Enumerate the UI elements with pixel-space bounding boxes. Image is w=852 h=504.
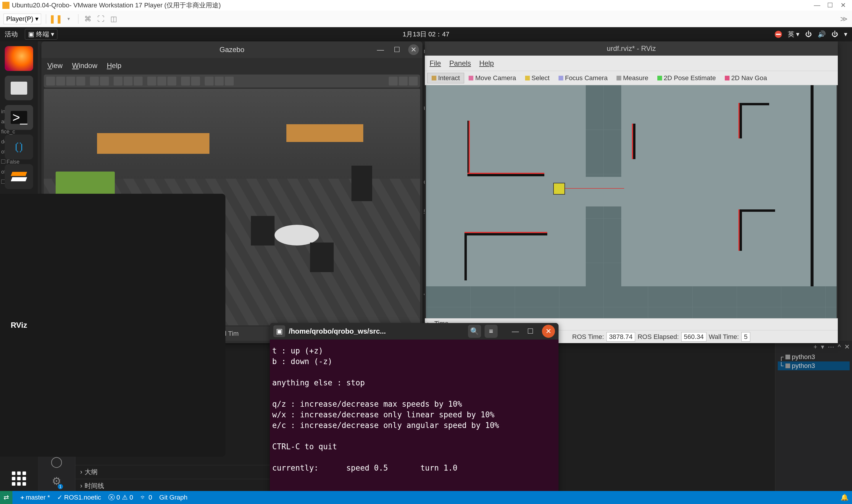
maximize-button[interactable]: ☐ — [527, 327, 534, 336]
focus-camera-tool[interactable]: Focus Camera — [554, 73, 612, 84]
files-icon[interactable] — [5, 76, 33, 101]
terminal-titlebar[interactable]: ▣ /home/qrobo/qrobo_ws/src... 🔍 ≡ — ☐ ✕ — [270, 323, 559, 340]
notifications-icon[interactable]: 🔔 — [840, 494, 849, 501]
translate-tool-icon[interactable] — [56, 77, 65, 86]
gazebo-titlebar[interactable]: Gazebo — ☐ ✕ — [41, 41, 422, 58]
move-camera-tool[interactable]: Move Camera — [464, 73, 520, 84]
menu-file[interactable]: File — [430, 59, 441, 68]
gear-icon[interactable]: ⚙1 — [52, 475, 61, 487]
ros-indicator[interactable]: ✓ROS1.noetic — [57, 494, 101, 501]
menu-panels[interactable]: Panels — [449, 59, 471, 68]
close-panel-icon[interactable]: ✕ — [844, 343, 850, 351]
more-icon[interactable]: ⋯ — [828, 343, 834, 351]
record-icon[interactable] — [399, 77, 407, 86]
dropdown-icon[interactable]: ▾ — [821, 343, 824, 351]
terminal-item[interactable]: └python3 — [778, 361, 850, 370]
close-button[interactable]: ✕ — [837, 1, 850, 10]
robot-marker — [553, 183, 565, 195]
arrow-tool-icon[interactable] — [46, 77, 55, 86]
more-icon[interactable]: ≫ — [839, 14, 849, 24]
cylinder-shape-icon[interactable] — [134, 77, 143, 86]
pause-icon[interactable]: ❚❚ — [51, 14, 60, 24]
chevron-down-icon: ▾ — [844, 31, 847, 38]
menu-help[interactable]: Help — [479, 59, 494, 68]
rviz-viewport[interactable] — [426, 85, 837, 318]
dropdown-icon[interactable]: ▾ — [64, 14, 73, 24]
clock[interactable]: 1月13日 02：47 — [403, 30, 449, 39]
rviz-launcher-icon[interactable]: RViz — [0, 194, 225, 457]
scale-tool-icon[interactable] — [76, 77, 85, 86]
redo-icon[interactable] — [100, 77, 109, 86]
hamburger-icon[interactable]: ≡ — [485, 325, 497, 338]
chevron-down-icon: ▾ — [51, 31, 54, 38]
minimize-button[interactable]: — — [811, 1, 823, 10]
git-graph-button[interactable]: Git Graph — [159, 494, 187, 501]
fullscreen-icon[interactable]: ⛶ — [96, 14, 106, 24]
vscode-icon[interactable]: ⟮⟯ — [5, 134, 33, 159]
light-spot-icon[interactable] — [157, 77, 166, 86]
app-menu[interactable]: ▣ 终端 ▾ — [25, 29, 57, 40]
language-indicator[interactable]: 英 ▾ — [788, 30, 799, 39]
minimize-button[interactable]: — — [512, 327, 519, 336]
unity-icon[interactable]: ◫ — [109, 14, 119, 24]
terminal-title: /home/qrobo/qrobo_ws/src... — [289, 327, 465, 336]
player-menu[interactable]: Player(P) ▾ — [3, 14, 41, 24]
wall-time-value: 5 — [741, 332, 750, 342]
maximize-button[interactable]: ☐ — [392, 44, 402, 55]
rotate-tool-icon[interactable] — [66, 77, 75, 86]
measure-tool[interactable]: Measure — [612, 73, 653, 84]
vmware-icon — [2, 2, 10, 9]
camera-icon[interactable] — [389, 77, 398, 86]
account-icon[interactable]: ◯ — [51, 455, 62, 468]
plot-icon[interactable] — [409, 77, 418, 86]
problems-indicator[interactable]: ⓧ0 ⚠0 — [108, 493, 133, 502]
view-icon[interactable] — [225, 77, 234, 86]
power-icon[interactable]: ⏻ — [832, 31, 838, 38]
python-icon — [785, 355, 790, 359]
menu-help[interactable]: Help — [107, 61, 121, 70]
minimize-button[interactable]: — — [375, 44, 386, 55]
terminal-item[interactable]: ┌python3 — [778, 353, 850, 361]
terminal-content[interactable]: t : up (+z) b : down (-z) anything else … — [270, 340, 559, 479]
select-tool[interactable]: Select — [521, 73, 554, 84]
menu-window[interactable]: Window — [72, 61, 97, 70]
antenna-icon: ᯤ — [140, 494, 147, 501]
paste-icon[interactable] — [191, 77, 200, 86]
search-icon[interactable]: 🔍 — [468, 325, 481, 338]
light-point-icon[interactable] — [147, 77, 156, 86]
pose-estimate-tool[interactable]: 2D Pose Estimate — [653, 73, 720, 84]
maximize-button[interactable]: ☐ — [823, 1, 837, 10]
ports-indicator[interactable]: ᯤ0 — [140, 494, 152, 501]
menu-view[interactable]: View — [47, 61, 63, 70]
snap-icon[interactable] — [205, 77, 214, 86]
layers-icon[interactable] — [5, 164, 33, 189]
branch-indicator[interactable]: ᚐmaster* — [21, 494, 50, 501]
sphere-shape-icon[interactable] — [124, 77, 132, 86]
add-terminal-icon[interactable]: + — [814, 343, 817, 351]
copy-icon[interactable] — [181, 77, 190, 86]
firefox-icon[interactable] — [5, 46, 33, 71]
chevron-up-icon[interactable]: ^ — [838, 343, 841, 351]
volume-icon[interactable]: 🔊 — [818, 31, 826, 38]
nav-goal-tool[interactable]: 2D Nav Goa — [720, 73, 772, 84]
show-apps-icon[interactable] — [5, 466, 33, 491]
gazebo-toolbar — [44, 74, 420, 88]
ubuntu-desktop: 活动 ▣ 终端 ▾ 1月13日 02：47 英 ▾ ⏻ 🔊 ⏻ ▾ insert… — [0, 27, 852, 491]
ubuntu-topbar: 活动 ▣ 终端 ▾ 1月13日 02：47 英 ▾ ⏻ 🔊 ⏻ ▾ — [0, 27, 852, 41]
remote-indicator[interactable]: ⇄ — [0, 491, 13, 504]
dnd-icon[interactable] — [775, 31, 782, 38]
terminal-launcher-icon[interactable]: >_ — [5, 105, 33, 130]
rviz-titlebar[interactable]: urdf.rviz* - RViz — [425, 41, 838, 56]
light-dir-icon[interactable] — [167, 77, 176, 86]
close-button[interactable]: ✕ — [408, 44, 419, 55]
box-shape-icon[interactable] — [114, 77, 123, 86]
undo-icon[interactable] — [90, 77, 99, 86]
interact-tool[interactable]: Interact — [427, 73, 464, 84]
measure-icon[interactable] — [215, 77, 224, 86]
network-icon[interactable]: ⏻ — [805, 31, 812, 38]
python-icon — [785, 363, 790, 368]
close-button[interactable]: ✕ — [542, 325, 555, 338]
new-tab-icon[interactable]: ▣ — [273, 325, 285, 337]
send-keys-icon[interactable]: ⌘ — [83, 14, 93, 24]
activities-button[interactable]: 活动 — [5, 30, 18, 39]
